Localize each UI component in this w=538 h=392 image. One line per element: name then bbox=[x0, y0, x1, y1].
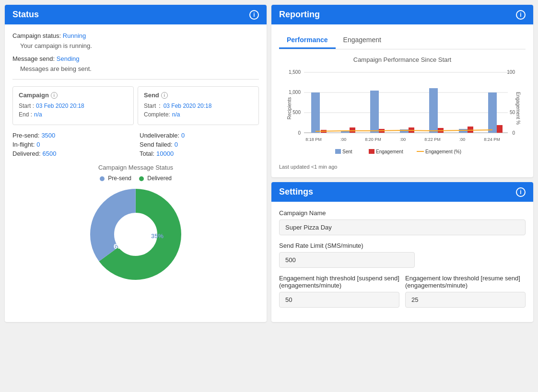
campaign-name-input[interactable] bbox=[279, 219, 526, 235]
campaign-end-label: End : bbox=[19, 111, 32, 118]
legend-sent-text: Sent bbox=[342, 149, 352, 154]
tab-performance[interactable]: Performance bbox=[279, 32, 336, 49]
donut-chart-title: Campaign Message Status bbox=[12, 164, 259, 171]
send-complete-row: Complete: n/a bbox=[144, 111, 253, 118]
y-right-50: 50 bbox=[510, 110, 515, 115]
eng-low-label: Engagement low threshold [resume send] (… bbox=[405, 275, 526, 289]
send-failed-label: Send failed: bbox=[140, 141, 173, 148]
status-title: Status bbox=[12, 10, 39, 20]
settings-info-icon[interactable]: i bbox=[516, 187, 526, 197]
message-send-row: Message send: Sending bbox=[12, 55, 259, 62]
send-rate-label: Send Rate Limit (SMS/minute) bbox=[279, 242, 526, 249]
reporting-info-icon[interactable]: i bbox=[516, 10, 526, 20]
x-label-2: 8:20 PM bbox=[365, 137, 381, 142]
donut-chart-svg: 35% 65% bbox=[88, 186, 184, 282]
campaign-status-row: Campaign status: Running bbox=[12, 32, 259, 39]
eng-low-input[interactable] bbox=[405, 292, 526, 308]
eng-bar-5 bbox=[468, 127, 473, 133]
legend-eng-box bbox=[369, 149, 374, 154]
x-label-1: :00 bbox=[340, 137, 347, 142]
reporting-tabs: Performance Engagement bbox=[279, 32, 526, 49]
campaign-name-label: Campaign Name bbox=[279, 209, 526, 217]
undeliverable-label: Undeliverable: bbox=[140, 132, 179, 139]
y-label-1000: 1,000 bbox=[289, 90, 301, 95]
chart-title: Campaign Performance Since Start bbox=[279, 56, 526, 63]
campaign-status-sub: Your campaign is running. bbox=[20, 42, 259, 49]
sent-bar-4 bbox=[429, 88, 438, 133]
legend-eng-pct-text: Engagement (%) bbox=[425, 149, 461, 154]
presend-legend-dot bbox=[100, 176, 105, 181]
donut-legend: Pre-send Delivered bbox=[12, 175, 259, 182]
campaign-info-icon[interactable]: i bbox=[51, 92, 58, 99]
inflight-value: 0 bbox=[36, 141, 40, 148]
right-column: Reporting i Performance Engagement Campa… bbox=[271, 5, 533, 322]
campaign-start-label: Start : bbox=[19, 103, 34, 109]
campaign-start-value: 03 Feb 2020 20:18 bbox=[36, 103, 84, 109]
eng-high-field: Engagement high threshold [suspend send]… bbox=[279, 275, 399, 314]
send-box-title: Send i bbox=[144, 92, 253, 99]
presend-label: Pre-send: bbox=[12, 132, 39, 139]
reporting-header: Reporting i bbox=[271, 5, 533, 24]
reporting-body: Performance Engagement Campaign Performa… bbox=[271, 24, 533, 177]
legend-eng-text: Engagement bbox=[376, 149, 403, 154]
total-stat: Total: 10000 bbox=[140, 150, 259, 157]
status-header: Status i bbox=[5, 5, 267, 24]
x-label-0: 8:18 PM bbox=[305, 137, 322, 142]
campaign-end-row: End : n/a bbox=[19, 111, 128, 118]
message-send-value: Sending bbox=[57, 55, 80, 62]
eng-high-label: Engagement high threshold [suspend send]… bbox=[279, 275, 399, 289]
eng-high-input[interactable] bbox=[279, 292, 399, 308]
status-info-icon[interactable]: i bbox=[249, 10, 259, 20]
delivered-stat: Delivered: 6500 bbox=[12, 150, 132, 157]
send-failed-value: 0 bbox=[175, 141, 178, 148]
divider1 bbox=[12, 79, 259, 80]
reporting-card: Reporting i Performance Engagement Campa… bbox=[271, 5, 533, 177]
last-updated: Last updated <1 min ago bbox=[279, 164, 526, 170]
presend-stat: Pre-send: 3500 bbox=[12, 132, 132, 139]
eng-low-field: Engagement low threshold [resume send] (… bbox=[405, 275, 526, 314]
send-start-label: Start bbox=[144, 103, 156, 109]
message-send-sub: Messages are being sent. bbox=[20, 65, 259, 72]
stats-grid: Pre-send: 3500 Undeliverable: 0 In-fligh… bbox=[12, 132, 259, 157]
y-label-1500: 1,500 bbox=[289, 69, 301, 75]
inflight-stat: In-flight: 0 bbox=[12, 141, 132, 148]
presend-value: 3500 bbox=[41, 132, 55, 139]
campaign-send-grid: Campaign i Start : 03 Feb 2020 20:18 End… bbox=[12, 86, 259, 125]
send-info-icon[interactable]: i bbox=[161, 92, 168, 99]
campaign-end-value: n/a bbox=[34, 111, 42, 118]
bar-chart-area: 1,500 1,000 500 0 100 50 0 Recipients En… bbox=[279, 65, 526, 161]
undeliverable-stat: Undeliverable: 0 bbox=[140, 132, 259, 139]
inflight-label: In-flight: bbox=[12, 141, 35, 148]
settings-title: Settings bbox=[279, 187, 313, 197]
x-label-5: :00 bbox=[459, 137, 466, 142]
presend-legend: Pre-send bbox=[100, 175, 131, 182]
y-right-100: 100 bbox=[507, 69, 515, 75]
delivered-legend: Delivered bbox=[139, 175, 172, 182]
presend-pct-label: 35% bbox=[151, 232, 164, 240]
eng-bar-1 bbox=[350, 127, 355, 133]
total-value: 10000 bbox=[156, 150, 174, 157]
send-info-box: Send i Start : 03 Feb 2020 20:18 Complet… bbox=[138, 86, 259, 125]
campaign-box-title: Campaign i bbox=[19, 92, 128, 99]
eng-bar-6 bbox=[497, 125, 503, 133]
donut-chart-container: 35% 65% bbox=[12, 186, 259, 282]
message-send-label: Message send: bbox=[12, 55, 55, 62]
status-body: Campaign status: Running Your campaign i… bbox=[5, 24, 267, 290]
y-label-0: 0 bbox=[298, 130, 301, 136]
threshold-grid: Engagement high threshold [suspend send]… bbox=[279, 275, 526, 314]
y-label-500: 500 bbox=[292, 110, 301, 115]
delivered-label: Delivered: bbox=[12, 150, 41, 157]
legend-sent-box bbox=[335, 149, 341, 154]
settings-header: Settings i bbox=[271, 182, 533, 202]
tab-engagement[interactable]: Engagement bbox=[336, 32, 389, 49]
delivered-legend-dot bbox=[139, 176, 144, 181]
send-complete-value: n/a bbox=[172, 111, 180, 118]
reporting-title: Reporting bbox=[279, 10, 320, 20]
x-label-3: :00 bbox=[400, 137, 406, 142]
bar-chart-svg: 1,500 1,000 500 0 100 50 0 Recipients En… bbox=[279, 65, 526, 161]
x-label-6: 8:24 PM bbox=[484, 137, 500, 142]
status-card: Status i Campaign status: Running Your c… bbox=[5, 5, 267, 322]
send-rate-input[interactable] bbox=[279, 252, 415, 268]
delivered-pct-label: 65% bbox=[114, 242, 128, 250]
send-failed-stat: Send failed: 0 bbox=[140, 141, 259, 148]
